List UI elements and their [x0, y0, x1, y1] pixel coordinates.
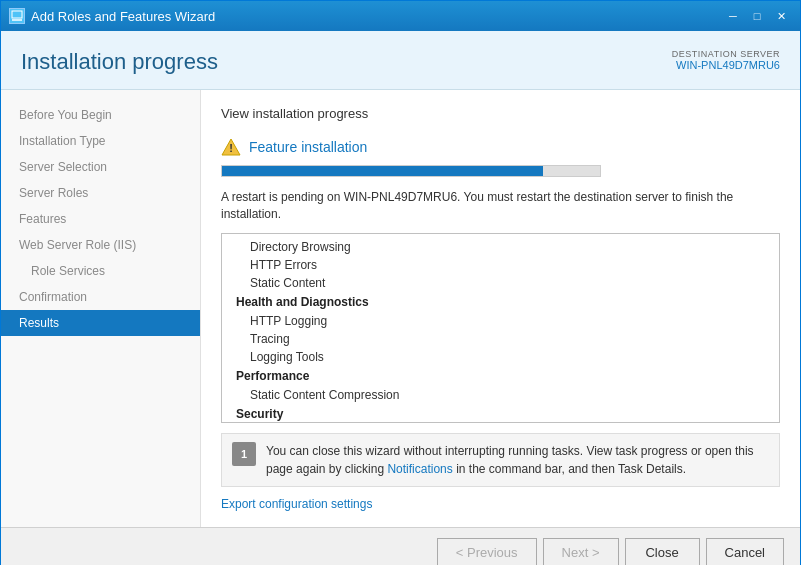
- list-item: HTTP Errors: [222, 256, 779, 274]
- sidebar: Before You Begin Installation Type Serve…: [1, 90, 201, 527]
- info-text: You can close this wizard without interr…: [266, 442, 769, 478]
- destination-label: DESTINATION SERVER: [672, 49, 780, 59]
- sidebar-item-confirmation[interactable]: Confirmation: [1, 284, 200, 310]
- feature-install-box: ! Feature installation A restart is pend…: [221, 137, 780, 223]
- app-icon: [9, 8, 25, 24]
- sidebar-item-results[interactable]: Results: [1, 310, 200, 336]
- sidebar-item-web-server-role[interactable]: Web Server Role (IIS): [1, 232, 200, 258]
- window-controls: ─ □ ✕: [722, 7, 792, 25]
- minimize-button[interactable]: ─: [722, 7, 744, 25]
- wizard-content: Before You Begin Installation Type Serve…: [1, 90, 800, 527]
- sidebar-item-installation-type[interactable]: Installation Type: [1, 128, 200, 154]
- destination-name: WIN-PNL49D7MRU6: [672, 59, 780, 71]
- title-bar: Add Roles and Features Wizard ─ □ ✕: [1, 1, 800, 31]
- info-box: 1 You can close this wizard without inte…: [221, 433, 780, 487]
- list-item: Performance: [222, 366, 779, 386]
- notifications-link[interactable]: Notifications: [387, 462, 452, 476]
- sidebar-item-server-roles[interactable]: Server Roles: [1, 180, 200, 206]
- destination-server: DESTINATION SERVER WIN-PNL49D7MRU6: [672, 49, 780, 71]
- features-list: Directory Browsing HTTP Errors Static Co…: [222, 234, 779, 423]
- restart-warning: A restart is pending on WIN-PNL49D7MRU6.…: [221, 189, 780, 223]
- restore-button[interactable]: □: [746, 7, 768, 25]
- wizard-footer: < Previous Next > Close Cancel: [1, 527, 800, 565]
- previous-button[interactable]: < Previous: [437, 538, 537, 565]
- list-item: Logging Tools: [222, 348, 779, 366]
- sidebar-item-features[interactable]: Features: [1, 206, 200, 232]
- section-title: View installation progress: [221, 106, 780, 121]
- list-item: Directory Browsing: [222, 238, 779, 256]
- svg-text:!: !: [229, 142, 233, 154]
- list-item: Tracing: [222, 330, 779, 348]
- main-content: View installation progress ! Feature ins…: [201, 90, 800, 527]
- warning-icon: !: [221, 137, 241, 157]
- wizard-header: Installation progress DESTINATION SERVER…: [1, 31, 800, 90]
- feature-header: ! Feature installation: [221, 137, 780, 157]
- features-list-container[interactable]: Directory Browsing HTTP Errors Static Co…: [221, 233, 780, 423]
- next-button[interactable]: Next >: [543, 538, 619, 565]
- close-button[interactable]: Close: [625, 538, 700, 565]
- list-item: Security: [222, 404, 779, 423]
- list-item: Health and Diagnostics: [222, 292, 779, 312]
- export-configuration-link[interactable]: Export configuration settings: [221, 497, 780, 511]
- sidebar-item-before-you-begin[interactable]: Before You Begin: [1, 102, 200, 128]
- svg-rect-0: [12, 11, 22, 18]
- list-item: Static Content Compression: [222, 386, 779, 404]
- list-item: Static Content: [222, 274, 779, 292]
- sidebar-item-role-services[interactable]: Role Services: [1, 258, 200, 284]
- wizard-window: Add Roles and Features Wizard ─ □ ✕ Inst…: [0, 0, 801, 565]
- progress-bar-fill: [222, 166, 543, 176]
- list-item: HTTP Logging: [222, 312, 779, 330]
- info-number-icon: 1: [232, 442, 256, 466]
- window-title: Add Roles and Features Wizard: [31, 9, 215, 24]
- progress-bar-container: [221, 165, 601, 177]
- close-window-button[interactable]: ✕: [770, 7, 792, 25]
- sidebar-item-server-selection[interactable]: Server Selection: [1, 154, 200, 180]
- wizard-body: Installation progress DESTINATION SERVER…: [1, 31, 800, 565]
- feature-install-label: Feature installation: [249, 139, 367, 155]
- info-text-part2: in the command bar, and then Task Detail…: [453, 462, 686, 476]
- title-bar-left: Add Roles and Features Wizard: [9, 8, 215, 24]
- cancel-button[interactable]: Cancel: [706, 538, 784, 565]
- page-title: Installation progress: [21, 49, 218, 75]
